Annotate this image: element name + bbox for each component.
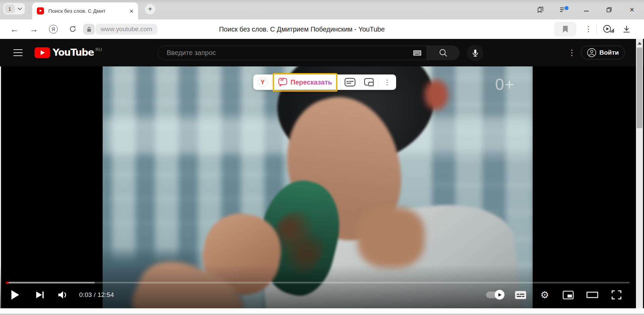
captions-icon[interactable] (344, 78, 356, 87)
youtube-header: YouTube RU (0, 39, 644, 66)
url-chip[interactable]: www.youtube.com (83, 24, 157, 35)
youtube-region: RU (96, 47, 102, 52)
browser-menu-icon[interactable]: ⋮ (584, 19, 592, 39)
retell-button[interactable]: “ Пересказать (276, 77, 334, 87)
progress-played (6, 282, 9, 283)
volume-button[interactable] (55, 285, 70, 305)
search-button[interactable] (427, 46, 459, 60)
page-title: Поиск без слов. С Дмитрием Побединским -… (219, 19, 385, 39)
age-rating: 0+ (495, 75, 515, 94)
minimize-icon[interactable] (582, 6, 590, 14)
search-box (158, 46, 460, 60)
miniplayer-button[interactable] (560, 285, 576, 305)
bookmark-icon[interactable] (554, 22, 576, 37)
profile-badge (565, 6, 569, 10)
restore-icon[interactable] (605, 6, 613, 14)
back-icon[interactable]: ← (9, 19, 20, 39)
browser-window: 1 Поиск без слов. С Дмит × + (0, 0, 644, 315)
tab-count: 1 (5, 4, 15, 13)
scroll-up-icon[interactable] (638, 42, 642, 45)
signin-label: Войти (599, 49, 619, 56)
url-text[interactable]: www.youtube.com (96, 24, 157, 35)
toolbar-separator (340, 78, 340, 86)
close-icon[interactable]: × (129, 8, 133, 14)
youtube-logo[interactable]: YouTube RU (35, 47, 102, 58)
video-scene-ear (425, 80, 448, 110)
play-icon (10, 289, 20, 301)
video-player[interactable]: Y “ Пересказать (0, 66, 644, 308)
yandex-search-icon[interactable]: Я (49, 25, 58, 34)
tab-strip: 1 Поиск без слов. С Дмит × + (0, 0, 644, 19)
volume-icon (57, 290, 68, 300)
autoplay-toggle-icon (486, 291, 504, 299)
video-translate-icon[interactable] (601, 19, 616, 39)
settings-gear-icon[interactable]: ⚙ (537, 285, 552, 305)
window-close-icon[interactable]: × (628, 6, 636, 14)
svg-text:“: “ (280, 77, 284, 86)
quote-bubble-icon: “ (278, 77, 287, 87)
tab-title: Поиск без слов. С Дмит (48, 8, 126, 14)
keyboard-icon[interactable] (408, 46, 427, 60)
page-scrollbar[interactable] (636, 39, 643, 308)
side-panels-icon[interactable] (537, 6, 545, 14)
forward-icon[interactable]: → (28, 19, 40, 39)
yandex-video-toolbar: Y “ Пересказать (253, 74, 396, 90)
tab-counter[interactable]: 1 (3, 3, 25, 14)
pip-icon[interactable] (364, 78, 374, 87)
next-icon (35, 290, 45, 300)
youtube-menu-icon[interactable]: ⋮ (568, 39, 576, 66)
signin-button[interactable]: Войти (581, 46, 625, 59)
more-icon[interactable]: ⋮ (382, 78, 392, 86)
fullscreen-button[interactable] (608, 285, 625, 305)
download-icon[interactable] (619, 19, 634, 39)
youtube-logo-text: YouTube (53, 47, 94, 58)
theater-mode-button[interactable] (584, 285, 600, 305)
address-bar: ← → Я www.youtube.com Поиск без слов. С … (0, 19, 644, 39)
autoplay-toggle[interactable] (485, 285, 505, 305)
progress-buffered (6, 282, 95, 283)
next-button[interactable] (32, 285, 48, 305)
addressbar-separator (596, 24, 597, 34)
window-bottom-edge (0, 308, 644, 315)
scrollbar-thumb[interactable] (637, 48, 642, 128)
yandex-badge-icon[interactable]: Y (258, 77, 268, 87)
toolbar-separator (378, 78, 378, 86)
tabstrip-separator (29, 5, 29, 14)
reload-icon[interactable] (67, 19, 78, 39)
retell-label: Пересказать (290, 78, 332, 86)
toolbar-separator (272, 78, 272, 86)
hamburger-icon[interactable] (13, 49, 22, 56)
youtube-favicon (37, 7, 44, 14)
lock-icon[interactable] (83, 24, 95, 35)
search-input[interactable] (158, 46, 408, 60)
toolbar-separator (360, 78, 360, 86)
new-tab-icon[interactable]: + (145, 4, 155, 14)
youtube-logo-icon (35, 47, 50, 58)
video-scene-neck (358, 207, 425, 268)
reading-list-icon[interactable] (559, 6, 568, 14)
mic-icon[interactable] (467, 45, 483, 61)
time-display: 0:03 / 12:54 (79, 285, 114, 305)
avatar-icon (587, 48, 596, 57)
play-button[interactable] (7, 285, 23, 305)
active-tab[interactable]: Поиск без слов. С Дмит × (32, 2, 138, 19)
tab-list-chevron-icon[interactable] (17, 7, 22, 10)
player-captions-button[interactable] (513, 285, 529, 305)
progress-bar[interactable] (6, 282, 630, 283)
